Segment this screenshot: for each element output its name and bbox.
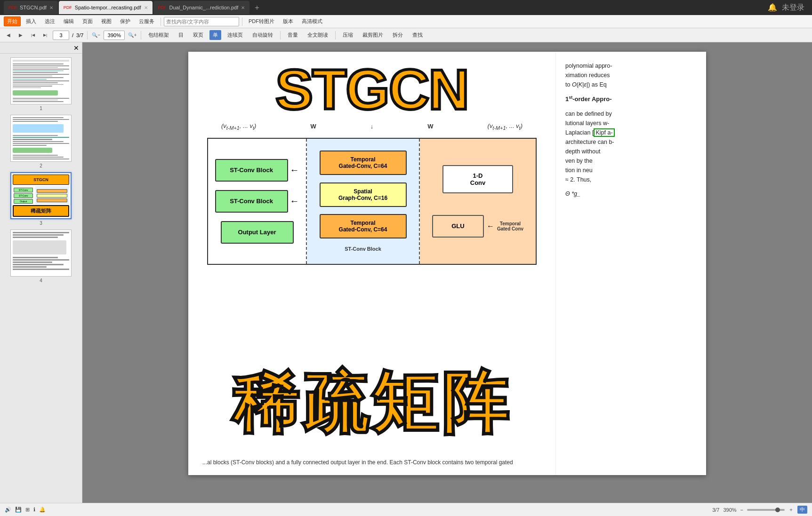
status-lang[interactable]: 中: [797, 506, 807, 514]
pdf-page: STGCN (vt-M+1, ... vt) W ↓ W (vt-M+1, ..…: [188, 52, 706, 475]
tab-add-button[interactable]: ＋: [250, 3, 264, 13]
st-conv-block2-row: ST-Conv Block ←: [215, 190, 299, 213]
two-page-btn[interactable]: 双页: [190, 30, 207, 40]
nav-prev-btn[interactable]: ◀: [4, 31, 13, 40]
status-info-icon[interactable]: ℹ: [33, 507, 35, 513]
thumb-num-1: 1: [40, 106, 42, 111]
page-sep: /: [72, 32, 73, 38]
separator5: [280, 31, 281, 40]
zoom-in-btn[interactable]: 🔍+: [128, 31, 137, 40]
toolbar-hd[interactable]: 高清模式: [298, 16, 326, 26]
nav-next-btn[interactable]: ▶: [16, 31, 25, 40]
tab-group: PDF STGCN.pdf ✕ PDF Spatio-tempor...reca…: [4, 0, 264, 15]
toolbar-pdf-to-img[interactable]: PDF转图片: [245, 16, 278, 26]
st-conv-block-label: ST-Conv Block: [345, 246, 381, 252]
zoom-input[interactable]: [104, 31, 125, 40]
toolbar-edit-btn[interactable]: 编辑: [60, 16, 77, 26]
arrow-2: ←: [290, 196, 299, 206]
auto-scroll-btn[interactable]: 自动旋转: [249, 30, 276, 40]
eq-left: (vt-M+1, ... vt): [221, 122, 256, 131]
thumb-img-2: [10, 115, 72, 162]
nav-last-btn[interactable]: ▶|: [40, 31, 50, 40]
toolbar-row2: ◀ ▶ |◀ ▶| / 3/7 🔍− 🔍+ 包结框架 目 双页 单 连续页 自动…: [0, 28, 812, 42]
equation-row: (vt-M+1, ... vt) W ↓ W (vt-M+1, ... vt): [202, 122, 541, 131]
separator6: [335, 31, 336, 40]
right-para2: can be defined by lutional layers w- Lap…: [565, 109, 697, 184]
sidebar: ✕ 1: [0, 42, 82, 503]
output-layer-row: Output Layer: [221, 221, 294, 244]
crop-img-btn[interactable]: 裁剪图片: [359, 30, 386, 40]
thumbnail-page2[interactable]: 2: [8, 115, 74, 168]
page-left: STGCN (vt-M+1, ... vt) W ↓ W (vt-M+1, ..…: [188, 52, 555, 475]
eq-w2: W: [427, 123, 433, 130]
notif-icon[interactable]: 未登录: [782, 3, 804, 13]
right-para1: polynomial appro-ximation reducesto O(K|…: [565, 61, 697, 89]
content-area[interactable]: STGCN (vt-M+1, ... vt) W ↓ W (vt-M+1, ..…: [82, 42, 812, 503]
status-save-icon[interactable]: 💾: [15, 507, 22, 513]
sidebar-close-icon[interactable]: ✕: [73, 44, 79, 52]
toolbar-version[interactable]: 版本: [280, 16, 297, 26]
conv-1d-block: 1-DConv: [442, 165, 513, 193]
toolbar-annotate-btn[interactable]: 选注: [41, 16, 58, 26]
toolbar-insert-btn[interactable]: 插入: [23, 16, 40, 26]
status-minus-btn[interactable]: −: [740, 507, 743, 513]
zoom-out-btn[interactable]: 🔍−: [91, 31, 101, 40]
eq-w1: W: [310, 123, 316, 130]
audio-btn[interactable]: 音量: [284, 30, 301, 40]
stgcn-title-block: STGCN: [202, 61, 541, 118]
sidebar-header: ✕: [0, 42, 82, 54]
window-controls: 🔔 未登录: [768, 3, 808, 13]
toolbar-cloud-btn[interactable]: 云服务: [136, 16, 158, 26]
tab-spatio[interactable]: PDF Spatio-tempor...recasting.pdf ✕: [59, 1, 153, 14]
st-conv-block1: ST-Conv Block: [215, 159, 288, 182]
kipf-citation: Kipf a-: [594, 128, 614, 137]
toolbar-view-btn[interactable]: 视图: [98, 16, 115, 26]
separator1: [161, 17, 161, 26]
toolbar-start-btn[interactable]: 开始: [4, 16, 21, 26]
spatial-graph-conv: SpatialGraph-Conv, C=16: [320, 183, 407, 207]
temporal-gated-conv2: TemporalGated-Conv, C=64: [320, 214, 407, 238]
toolbar-page-btn[interactable]: 页面: [79, 16, 96, 26]
nav-first-btn[interactable]: |◀: [28, 31, 38, 40]
actual-size-btn[interactable]: 目: [175, 30, 187, 40]
single-page-btn[interactable]: 单: [209, 30, 221, 40]
tab-close-icon[interactable]: ✕: [49, 5, 53, 10]
separator4: [141, 31, 141, 40]
search-field[interactable]: [164, 17, 239, 26]
continuous-btn[interactable]: 连续页: [224, 30, 246, 40]
tab-close-icon2[interactable]: ✕: [144, 5, 148, 10]
right-theta: Θ *g_: [565, 189, 697, 198]
status-plus-btn[interactable]: ＋: [788, 506, 794, 513]
toolbar-protect-btn[interactable]: 保护: [117, 16, 134, 26]
status-bar: 🔊 💾 ⊞ ℹ 🔔 3/7 390% − ＋ 中: [0, 503, 812, 516]
compress-btn[interactable]: 压缩: [339, 30, 356, 40]
tab-stgcn[interactable]: PDF STGCN.pdf ✕: [4, 1, 58, 14]
toolbar-row1: 开始 插入 选注 编辑 页面 视图 保护 云服务 PDF转图片 版本 高清模式: [0, 15, 812, 28]
page-input[interactable]: [53, 31, 69, 40]
tab-dual[interactable]: PDF Dual_Dynamic_...rediction.pdf ✕: [153, 1, 250, 14]
thumbnail-page3[interactable]: STGCN ST-Conv ST-Conv Output: [8, 172, 74, 226]
fit-page-btn[interactable]: 包结框架: [145, 30, 172, 40]
status-speaker-icon[interactable]: 🔊: [5, 507, 11, 513]
temporal-gated-conv1: TemporalGated-Conv, C=64: [320, 151, 407, 175]
status-grid-icon[interactable]: ⊞: [25, 507, 30, 513]
read-aloud-btn[interactable]: 全文朗读: [304, 30, 331, 40]
tab-close-icon3[interactable]: ✕: [241, 5, 245, 10]
thumbnail-page4[interactable]: 4: [8, 230, 74, 283]
temporal-gated-label: TemporalGated Conv: [497, 221, 523, 231]
bottom-text: ...al blocks (ST-Conv blocks) and a full…: [202, 458, 541, 467]
split-btn[interactable]: 拆分: [389, 30, 406, 40]
find-btn[interactable]: 查找: [409, 30, 426, 40]
thumbnail-page1[interactable]: 1: [8, 57, 74, 111]
status-notification-icon[interactable]: 🔔: [39, 507, 46, 513]
thumbnail-panel: 1 2: [0, 54, 82, 503]
title-bar: PDF STGCN.pdf ✕ PDF Spatio-tempor...reca…: [0, 0, 812, 15]
separator2: [242, 17, 242, 26]
arrow-glu: ←: [487, 222, 494, 230]
zoom-slider[interactable]: [747, 509, 785, 511]
output-layer-block: Output Layer: [221, 221, 294, 244]
minimize-icon[interactable]: 🔔: [768, 3, 777, 13]
thumb-img-4: [10, 230, 72, 277]
main-area: ✕ 1: [0, 42, 812, 503]
status-zoom-label: 390%: [723, 507, 736, 513]
